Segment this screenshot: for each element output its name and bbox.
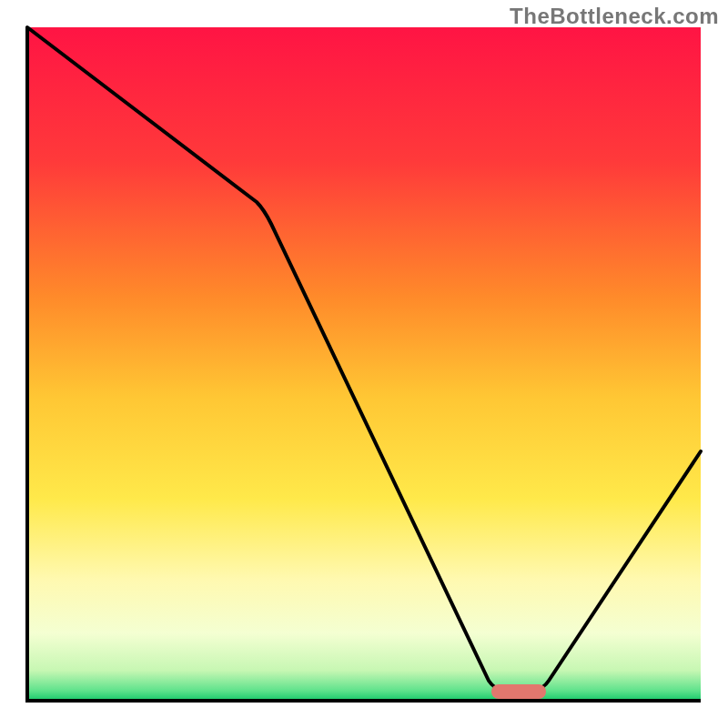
chart-svg (0, 0, 728, 728)
chart-stage: TheBottleneck.com (0, 0, 728, 728)
watermark-text: TheBottleneck.com (510, 4, 719, 29)
plot-background (27, 27, 701, 701)
optimal-marker (491, 684, 546, 699)
